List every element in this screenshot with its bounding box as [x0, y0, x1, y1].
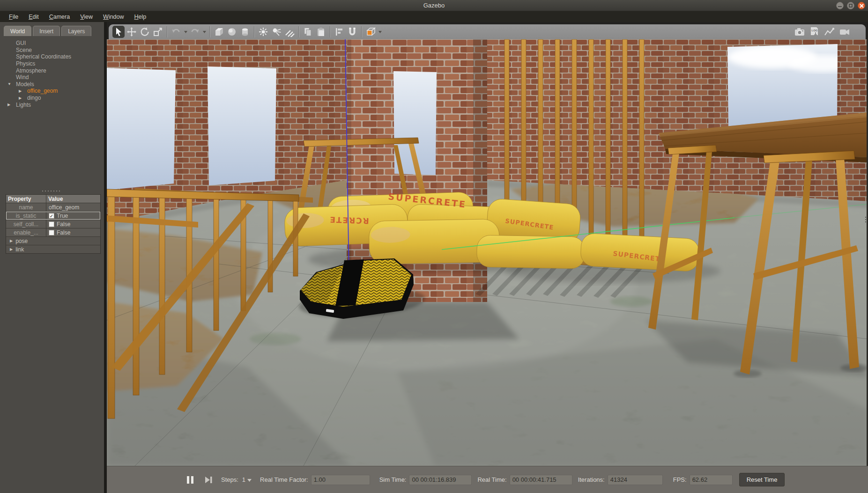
real-time-field[interactable]: 00 00:00:41.715: [510, 475, 572, 485]
sphere-icon: [227, 27, 237, 37]
tab-layers[interactable]: Layers: [61, 26, 91, 36]
plot-button[interactable]: [823, 26, 836, 38]
reset-time-button[interactable]: Reset Time: [739, 473, 785, 486]
redo-button[interactable]: [189, 26, 201, 38]
menu-view[interactable]: View: [76, 13, 97, 21]
rotate-tool-button[interactable]: [139, 26, 151, 38]
sim-time-field[interactable]: 00 00:01:16.839: [409, 475, 472, 485]
tree-item-models[interactable]: ▼Models: [0, 81, 104, 88]
maximize-icon: [849, 4, 853, 7]
close-icon: [860, 4, 864, 8]
snap-button[interactable]: [346, 26, 358, 38]
menu-window[interactable]: Window: [99, 13, 128, 21]
paste-button[interactable]: [315, 26, 327, 38]
menu-help[interactable]: Help: [130, 13, 151, 21]
screenshot-button[interactable]: [794, 26, 806, 38]
toolbar-separator: [330, 26, 330, 37]
spot-light-button[interactable]: [270, 26, 282, 38]
undo-icon: [171, 27, 181, 37]
window-controls: [836, 2, 865, 9]
insert-box-button[interactable]: [213, 26, 225, 38]
caret-down-icon: [184, 31, 187, 33]
tab-world[interactable]: World: [4, 26, 31, 36]
insert-sphere-button[interactable]: [226, 26, 238, 38]
translate-icon: [126, 27, 137, 37]
expander-icon[interactable]: ▶: [7, 103, 16, 107]
property-group-pose[interactable]: ▶ pose: [6, 237, 100, 245]
insert-cylinder-button[interactable]: [239, 26, 251, 38]
simulation-statusbar: Steps: 1 Real Time Factor: 1.00 Sim Time…: [107, 466, 868, 493]
menu-edit[interactable]: Edit: [24, 13, 43, 21]
property-row-name[interactable]: name office_geom: [6, 203, 100, 211]
tree-item-wind[interactable]: Wind: [0, 74, 104, 81]
tree-item-physics[interactable]: Physics: [0, 60, 104, 67]
titlebar[interactable]: Gazebo: [0, 0, 868, 11]
point-light-button[interactable]: [257, 26, 269, 38]
align-icon: [334, 27, 344, 37]
toolbar-separator: [361, 26, 362, 37]
scale-tool-button[interactable]: [152, 26, 164, 38]
3d-scene[interactable]: SUPERCRETE RCRETE SUPERCRETE SUPERCRETE: [107, 39, 868, 466]
tab-insert[interactable]: Insert: [33, 26, 60, 36]
viewport-resize-grip[interactable]: [864, 214, 867, 225]
undo-button[interactable]: [170, 26, 182, 38]
rtf-label: Real Time Factor:: [260, 476, 308, 483]
property-table: Property Value name office_geom is_stati…: [6, 194, 101, 254]
redo-history-dropdown[interactable]: [202, 26, 207, 38]
property-row-self-collide[interactable]: self_coll... False: [6, 220, 100, 228]
redo-icon: [190, 27, 200, 37]
maximize-button[interactable]: [847, 2, 854, 9]
tree-item-lights[interactable]: ▶Lights: [0, 101, 104, 108]
window-title: Gazebo: [0, 2, 868, 9]
undo-history-dropdown[interactable]: [183, 26, 188, 38]
close-button[interactable]: [858, 2, 865, 9]
toolbar-separator: [167, 26, 167, 37]
directional-light-icon: [284, 27, 295, 37]
property-row-enable-wind[interactable]: enable_... False: [6, 228, 100, 236]
toolbar-separator: [298, 26, 299, 37]
directional-light-button[interactable]: [283, 26, 296, 38]
log-record-button[interactable]: LOG: [809, 26, 821, 38]
iterations-label: Iterations:: [578, 476, 605, 483]
property-row-is-static[interactable]: is_static ✓ True: [6, 212, 100, 220]
fps-label: FPS:: [673, 476, 687, 483]
tree-item-spherical-coordinates[interactable]: Spherical Coordinates: [0, 53, 104, 60]
iterations-field[interactable]: 41324: [608, 475, 663, 485]
step-button[interactable]: [204, 475, 213, 485]
fps-field[interactable]: 62.62: [690, 475, 733, 485]
video-record-button[interactable]: [838, 26, 851, 38]
expander-icon[interactable]: ▶: [19, 89, 27, 93]
expander-icon[interactable]: ▶: [10, 247, 13, 251]
rtf-field[interactable]: 1.00: [311, 475, 370, 485]
tree-item-office-geom[interactable]: ▶office_geom: [0, 88, 104, 95]
view-angle-dropdown[interactable]: [378, 26, 382, 38]
align-button[interactable]: [333, 26, 345, 38]
steps-dropdown[interactable]: [247, 476, 252, 483]
expander-icon[interactable]: ▶: [19, 96, 27, 100]
checkbox-self-collide[interactable]: [49, 221, 54, 227]
select-tool-button[interactable]: [112, 26, 125, 38]
property-group-link[interactable]: ▶ link: [6, 245, 100, 253]
pause-button[interactable]: [186, 475, 194, 485]
3d-scene-canvas[interactable]: SUPERCRETE RCRETE SUPERCRETE SUPERCRETE: [107, 39, 868, 466]
tree-item-gui[interactable]: GUI: [0, 40, 104, 47]
toolbar-separator: [254, 26, 254, 37]
tree-item-dingo[interactable]: ▶dingo: [0, 95, 104, 102]
panel-splitter[interactable]: [41, 189, 62, 191]
world-panel: World Insert Layers GUI Scene Spherical …: [0, 22, 107, 493]
view-angle-button[interactable]: [364, 26, 377, 38]
menu-camera[interactable]: Camera: [45, 13, 74, 21]
tree-item-atmosphere[interactable]: Atmosphere: [0, 67, 104, 74]
translate-tool-button[interactable]: [126, 26, 138, 38]
minimize-button[interactable]: [836, 2, 844, 9]
copy-button[interactable]: [302, 26, 314, 38]
checkbox-is-static[interactable]: ✓: [49, 213, 54, 219]
tree-item-scene[interactable]: Scene: [0, 47, 104, 54]
spot-light-icon: [271, 27, 282, 37]
expander-icon[interactable]: ▼: [7, 82, 16, 86]
rotate-icon: [140, 27, 150, 37]
sim-time-label: Sim Time:: [379, 476, 407, 483]
expander-icon[interactable]: ▶: [10, 239, 13, 243]
menu-file[interactable]: File: [5, 13, 22, 21]
checkbox-enable-wind[interactable]: [49, 230, 54, 235]
